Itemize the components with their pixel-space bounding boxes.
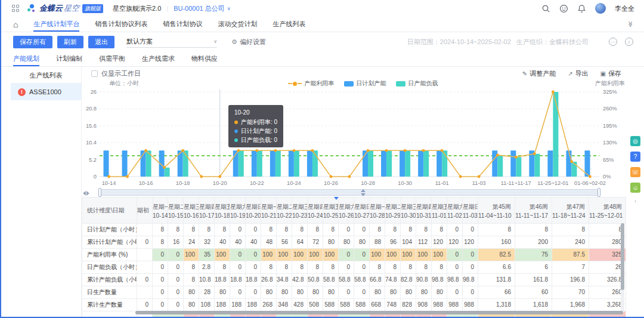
export-button[interactable]: ↗导出 xyxy=(568,69,588,78)
adjust-capacity-button[interactable]: ✎调整产能 xyxy=(522,69,556,78)
chart-canvas[interactable]: 05.210.415.620.8260%65%130%195%260%325%1… xyxy=(82,88,621,189)
tab-capacity-planning[interactable]: 产能规划 xyxy=(13,51,39,66)
home-icon[interactable]: ⌂ xyxy=(13,20,18,29)
utilization-point[interactable] xyxy=(552,91,555,94)
panel-collapse-handle[interactable] xyxy=(83,191,89,196)
utilization-point[interactable] xyxy=(255,149,258,152)
utilization-point[interactable] xyxy=(385,149,388,152)
apps-grid-icon[interactable] xyxy=(12,5,19,12)
utilization-point[interactable] xyxy=(292,149,295,152)
bar-planned[interactable] xyxy=(122,150,128,177)
refresh-button[interactable]: 刷新 xyxy=(57,36,83,48)
assistant-icon[interactable] xyxy=(559,4,568,13)
bar-planned[interactable] xyxy=(510,150,516,177)
service-button[interactable]: ☏ xyxy=(630,167,640,177)
workdays-only-checkbox[interactable] xyxy=(91,70,98,77)
bar-planned[interactable] xyxy=(252,150,257,177)
utilization-point[interactable] xyxy=(422,149,425,152)
bar-load[interactable] xyxy=(294,150,299,177)
sidebar-item-asse1000[interactable]: ! ASSE1000 xyxy=(11,84,81,100)
bell-icon[interactable] xyxy=(577,4,586,13)
save-all-button[interactable]: 保存所有 xyxy=(13,36,52,48)
bar-planned[interactable] xyxy=(289,150,294,177)
search-icon[interactable] xyxy=(541,4,550,13)
user-name[interactable]: 李全全 xyxy=(615,4,634,13)
utilization-point[interactable] xyxy=(496,154,499,157)
preference-link[interactable]: ⚙ 偏好设置 xyxy=(231,38,266,47)
bar-planned[interactable] xyxy=(307,150,312,177)
bar-planned[interactable] xyxy=(436,150,442,177)
utilization-point[interactable] xyxy=(533,152,536,155)
legend-capacity-load[interactable]: 日产能负载 xyxy=(396,79,438,88)
tab-material-supply[interactable]: 物料供应 xyxy=(191,51,218,66)
nav-item-production-line-list[interactable]: 生产线列表 xyxy=(273,17,305,32)
nav-item-rolling-delivery-plan[interactable]: 滚动交货计划 xyxy=(218,17,257,32)
bar-planned[interactable] xyxy=(104,150,109,177)
bar-load[interactable] xyxy=(386,150,392,177)
user-avatar[interactable] xyxy=(595,3,606,14)
utilization-point[interactable] xyxy=(126,175,129,178)
bar-load[interactable] xyxy=(165,168,170,177)
save-button[interactable]: ▣保存 xyxy=(600,69,621,78)
quick-menu-icon[interactable]: ⋯ xyxy=(609,38,617,46)
utilization-point[interactable] xyxy=(163,166,166,169)
utilization-point[interactable] xyxy=(348,175,351,178)
tab-plan-compilation[interactable]: 计划编制 xyxy=(56,51,82,66)
info-icon[interactable]: i xyxy=(625,38,633,46)
utilization-point[interactable] xyxy=(311,149,314,152)
help-button[interactable]: ? xyxy=(630,152,640,162)
nav-item-sales-plan-agreement-list[interactable]: 销售计划协议列表 xyxy=(95,17,147,32)
slider-handle-left[interactable] xyxy=(98,188,101,197)
utilization-point[interactable] xyxy=(404,149,407,152)
utilization-point[interactable] xyxy=(218,175,221,178)
chart-table-splitter[interactable] xyxy=(361,189,366,196)
utilization-point[interactable] xyxy=(478,175,481,178)
bar-planned[interactable] xyxy=(381,150,386,177)
bar-load[interactable] xyxy=(239,150,244,177)
chart-zoom-slider[interactable] xyxy=(100,189,599,196)
utilization-point[interactable] xyxy=(441,149,444,152)
bar-load[interactable] xyxy=(275,150,281,177)
utilization-point[interactable] xyxy=(589,175,592,178)
utilization-point[interactable] xyxy=(237,149,240,152)
utilization-point[interactable] xyxy=(570,160,573,163)
float-expand-icon[interactable]: › xyxy=(634,198,636,204)
bar-load[interactable] xyxy=(553,92,558,177)
bar-load[interactable] xyxy=(257,150,262,177)
feedback-button[interactable]: ☺ xyxy=(630,183,640,193)
tab-supply-demand-balance[interactable]: 供需平衡 xyxy=(99,51,125,66)
tab-production-line-demand[interactable]: 生产线需求 xyxy=(142,51,175,66)
utilization-point[interactable] xyxy=(515,156,518,159)
nav-item-sales-plan-agreement[interactable]: 销售计划协议 xyxy=(163,17,202,32)
bar-load[interactable] xyxy=(405,150,410,177)
utilization-point[interactable] xyxy=(107,175,110,178)
bar-planned[interactable] xyxy=(547,150,553,177)
table-horizontal-scrollbar[interactable] xyxy=(135,311,623,314)
exit-button[interactable]: 退出 xyxy=(88,36,114,48)
bar-planned[interactable] xyxy=(270,150,275,177)
utilization-point[interactable] xyxy=(181,149,184,152)
bar-load[interactable] xyxy=(497,155,503,177)
utilization-point[interactable] xyxy=(200,175,203,178)
nav-collapse-icon[interactable]: ≫ xyxy=(627,21,633,27)
bar-load[interactable] xyxy=(368,150,373,177)
utilization-point[interactable] xyxy=(144,149,147,152)
utilization-point[interactable] xyxy=(330,175,333,178)
scheme-select[interactable]: 默认方案 ∨ xyxy=(126,36,217,48)
org-selector[interactable]: BU-00001 总公司 ∨ xyxy=(174,4,230,13)
table-vertical-scrollbar[interactable] xyxy=(621,223,624,313)
utilization-point[interactable] xyxy=(274,149,277,152)
bar-planned[interactable] xyxy=(400,150,405,177)
bar-planned[interactable] xyxy=(566,150,571,177)
slider-handle-right[interactable] xyxy=(597,188,600,197)
bar-load[interactable] xyxy=(534,154,540,177)
legend-utilization[interactable]: 产能利用率 xyxy=(288,79,335,88)
bar-load[interactable] xyxy=(423,150,429,177)
assistant-button[interactable]: ◎ xyxy=(630,136,640,146)
capacity-chart[interactable]: 05.210.415.620.8260%65%130%195%260%325%1… xyxy=(82,88,644,189)
utilization-point[interactable] xyxy=(459,175,462,178)
bar-load[interactable] xyxy=(516,157,521,177)
legend-planned-capacity[interactable]: 日计划产能 xyxy=(344,79,386,88)
utilization-point[interactable] xyxy=(367,149,370,152)
bar-planned[interactable] xyxy=(418,150,423,177)
